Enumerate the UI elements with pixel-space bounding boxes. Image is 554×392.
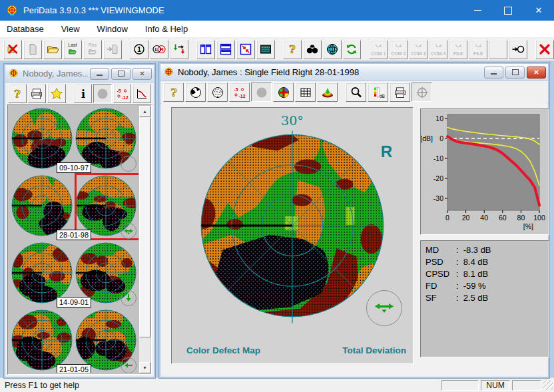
field-close-button[interactable]: ✕ — [527, 67, 546, 79]
status-monitor-button[interactable] — [256, 40, 275, 59]
internet-button[interactable] — [323, 40, 342, 59]
field-thumbnail[interactable] — [11, 309, 73, 371]
search-button[interactable] — [303, 40, 322, 59]
field-toolbar: ?-5-12dB — [160, 81, 548, 104]
db-scale-button[interactable]: dB — [368, 83, 388, 102]
field-restore-button[interactable] — [505, 67, 525, 79]
color-map-button[interactable] — [251, 83, 272, 102]
overview-minimize-button[interactable] — [90, 68, 109, 80]
monitor-icon — [259, 43, 272, 56]
tile-vertical-button[interactable] — [196, 40, 215, 59]
scroll-down-button[interactable]: ▼ — [139, 362, 150, 373]
document-icon — [26, 43, 39, 56]
value-map-button[interactable]: -5-12 — [113, 84, 132, 103]
arrow-document-icon — [106, 43, 119, 56]
file-transfer-2-button[interactable]: FILE — [469, 40, 487, 59]
favorites-button[interactable] — [47, 84, 66, 103]
scrollbar-thumb[interactable] — [139, 118, 150, 337]
help-button[interactable]: ? — [283, 40, 302, 59]
field-titlebar: Nobody, James : Single Field Right 28-01… — [160, 64, 548, 81]
main-toolbar: LastRes1LR?COM 1COM 2COM 3COM 4FILEFILE — [0, 38, 554, 61]
field-thumbnail[interactable] — [11, 107, 73, 170]
question-icon: ? — [286, 43, 299, 56]
open-database-button[interactable] — [43, 40, 62, 59]
blank-button[interactable] — [489, 40, 507, 59]
grayscale-map-button[interactable] — [185, 83, 206, 102]
left-arrow-icon — [121, 357, 137, 373]
open-results-button[interactable]: Res — [83, 40, 102, 59]
values-icon: -5-12 — [233, 86, 246, 99]
arrange-windows-button[interactable] — [236, 40, 255, 59]
field-window: Nobody, James : Single Field Right 28-01… — [159, 63, 549, 378]
refresh-button[interactable] — [343, 40, 362, 59]
refresh-icon — [345, 43, 358, 56]
symbol-map-button[interactable] — [207, 83, 228, 102]
help-button[interactable]: ? — [8, 84, 27, 103]
bw-circle-icon — [189, 86, 202, 99]
resize-grip[interactable] — [543, 380, 553, 390]
folder-green-icon — [68, 48, 77, 57]
hill-3d-button[interactable] — [317, 83, 338, 102]
file-transfer-1-button[interactable]: FILE — [449, 40, 467, 59]
folder-gray-icon — [88, 48, 97, 57]
thumbnails-scrollbar[interactable]: ▲ ▼ — [139, 106, 150, 373]
left-right-view-button[interactable]: LR — [150, 40, 168, 59]
defect-map-button[interactable] — [273, 83, 294, 102]
menu-info-help[interactable]: Info & Help — [145, 24, 188, 34]
com3-button[interactable]: COM 3 — [409, 40, 427, 59]
print-button[interactable] — [28, 84, 47, 103]
com4-button[interactable]: COM 4 — [429, 40, 447, 59]
crosshair-icon — [416, 86, 429, 99]
index-label: SF — [425, 292, 456, 304]
single-field-view-button[interactable]: 1 — [130, 40, 148, 59]
open-last-button[interactable]: Last — [63, 40, 82, 59]
menu-database[interactable]: Database — [7, 24, 44, 34]
pan-icon[interactable] — [366, 290, 402, 326]
tile-horizontal-button[interactable] — [216, 40, 235, 59]
close-button[interactable]: ✕ — [523, 0, 554, 21]
field-minimize-button[interactable] — [484, 67, 503, 79]
status-indicator-num: NUM — [481, 380, 510, 391]
gray-map-button[interactable] — [93, 84, 112, 103]
svg-text:-5: -5 — [234, 87, 238, 92]
trend-curve-button[interactable] — [133, 84, 151, 103]
overview-close-button[interactable]: ✕ — [133, 68, 152, 80]
maximize-button[interactable] — [493, 0, 523, 21]
info-button[interactable]: i — [74, 84, 93, 103]
station-button[interactable] — [509, 40, 527, 59]
swap-arrows-icon — [172, 43, 186, 56]
exam-row: 09-10-97 — [9, 107, 138, 174]
minimize-button[interactable] — [462, 0, 493, 21]
crosshair-button[interactable] — [412, 83, 432, 102]
exit-button[interactable] — [535, 40, 554, 59]
svg-text:L: L — [155, 47, 158, 53]
index-label: MD — [425, 244, 456, 256]
circle-1-icon: 1 — [133, 43, 146, 56]
table-view-button[interactable] — [295, 83, 316, 102]
switch-eye-button[interactable] — [170, 40, 188, 59]
device-icon — [414, 43, 423, 51]
com2-label: COM 2 — [391, 51, 406, 57]
thumbnail-list: 09-10-97 28-01-98 14-09-01 21-01-05 — [7, 104, 152, 375]
overview-maximize-button[interactable] — [111, 68, 131, 80]
field-thumbnail[interactable] — [11, 242, 73, 304]
scroll-up-button[interactable]: ▲ — [139, 106, 150, 117]
com2-button[interactable]: COM 2 — [389, 40, 408, 59]
bebie-chart-panel: 100-10-20-30[dB]020406080100[%] — [420, 108, 549, 235]
values-icon: -5-12 — [116, 87, 129, 100]
new-record-button[interactable] — [23, 40, 42, 59]
field-thumbnail[interactable] — [11, 174, 73, 237]
close-database-button[interactable] — [3, 40, 22, 59]
menu-view[interactable]: View — [61, 24, 80, 34]
zoom-button[interactable] — [346, 83, 366, 102]
menu-window[interactable]: Window — [97, 24, 128, 34]
svg-text:-5: -5 — [117, 89, 121, 93]
device-icon — [394, 43, 403, 51]
print-button[interactable] — [390, 83, 410, 102]
x-tick-label: 20 — [462, 214, 470, 222]
index-row-fd: FD:-59 % — [425, 280, 549, 292]
value-map-button[interactable]: -5-12 — [229, 83, 250, 102]
help-button[interactable]: ? — [163, 83, 184, 102]
com1-button[interactable]: COM 1 — [369, 40, 388, 59]
import-record-button[interactable] — [103, 40, 122, 59]
